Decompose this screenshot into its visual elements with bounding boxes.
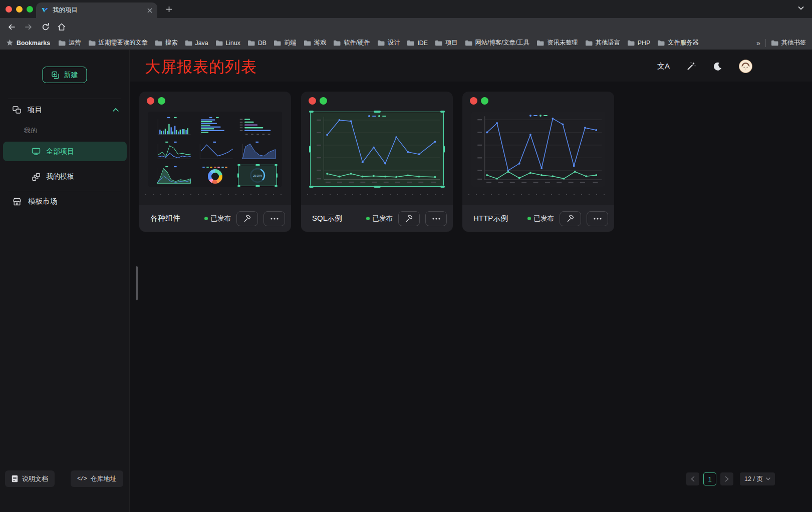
- sidebar-item-all-projects[interactable]: 全部项目: [3, 142, 127, 161]
- sidebar-item-my-templates[interactable]: 我的模板: [3, 169, 127, 184]
- home-button[interactable]: [56, 22, 67, 33]
- bookmark-label: PHP: [638, 40, 650, 47]
- other-bookmarks-button[interactable]: 其他书签: [771, 39, 806, 47]
- bookmarks-label: Bookmarks: [17, 40, 50, 47]
- project-card[interactable]: SQL示例 已发布: [301, 92, 453, 232]
- hammer-icon: [405, 214, 413, 223]
- new-project-button[interactable]: 新建: [43, 67, 87, 83]
- translate-icon[interactable]: 文A: [657, 62, 670, 71]
- more-button[interactable]: [263, 211, 285, 226]
- bookmark-folder[interactable]: 项目: [435, 39, 458, 47]
- status-dot: [204, 217, 208, 220]
- browser-tab[interactable]: 我的项目: [36, 3, 157, 18]
- back-button[interactable]: [6, 22, 17, 33]
- folder-icon: [304, 40, 311, 46]
- bookmark-folder[interactable]: 软件/硬件: [333, 39, 370, 47]
- edit-button[interactable]: [398, 211, 420, 226]
- bookmark-folder[interactable]: 其他语言: [585, 39, 620, 47]
- hammer-icon: [566, 214, 575, 223]
- zoom-window-button[interactable]: [27, 6, 33, 13]
- sidebar-sub-label: 我的: [24, 126, 37, 135]
- sidebar-divider: [8, 191, 121, 191]
- bookmark-folder[interactable]: 设计: [377, 39, 400, 47]
- forward-button[interactable]: [23, 22, 34, 33]
- project-card[interactable]: 25.00% 各种组件 已发布: [139, 92, 291, 232]
- pagination-prev-button[interactable]: [686, 472, 699, 485]
- page-size-label: 12 / 页: [744, 475, 763, 483]
- bookmarks-divider: [765, 39, 766, 47]
- page-size-select[interactable]: 12 / 页: [740, 472, 775, 485]
- other-bookmarks-label: 其他书签: [781, 39, 806, 47]
- folder-icon: [585, 40, 593, 46]
- docs-button[interactable]: 说明文档: [5, 470, 55, 487]
- bookmark-folder[interactable]: 近期需要读的文章: [88, 39, 148, 47]
- chevron-down-icon: [798, 6, 804, 11]
- folder-icon: [627, 40, 635, 46]
- tab-search-button[interactable]: [798, 6, 804, 11]
- project-card[interactable]: HTTP示例 已发布: [462, 92, 614, 232]
- line-chart: [471, 112, 605, 187]
- minimize-window-button[interactable]: [16, 6, 23, 13]
- new-tab-button[interactable]: [164, 5, 173, 14]
- bookmark-folder[interactable]: 游戏: [304, 39, 327, 47]
- chart-legend: [529, 115, 548, 117]
- bookmark-label: DB: [258, 40, 266, 47]
- repo-button[interactable]: </> 仓库地址: [71, 470, 123, 487]
- docs-label: 说明文档: [22, 474, 48, 483]
- dark-mode-moon-icon[interactable]: [713, 62, 722, 71]
- bookmark-folder[interactable]: 搜索: [155, 39, 178, 47]
- page-title: 大屏报表的列表: [145, 57, 257, 78]
- bookmark-folder[interactable]: DB: [247, 39, 266, 47]
- close-window-button[interactable]: [6, 6, 12, 13]
- sidebar-group-projects[interactable]: 项目: [13, 103, 119, 117]
- more-button[interactable]: [425, 211, 447, 226]
- bookmarks-home-item[interactable]: Bookmarks: [6, 39, 50, 47]
- user-avatar[interactable]: [739, 60, 752, 73]
- card-thumbnail[interactable]: [310, 112, 444, 187]
- bookmark-label: 文件服务器: [668, 39, 698, 47]
- card-footer: 各种组件 已发布: [139, 205, 291, 232]
- folder-icon: [185, 40, 192, 46]
- bookmark-folder[interactable]: 文件服务器: [657, 39, 698, 47]
- sidebar-group-label: 项目: [28, 105, 42, 115]
- card-dot-red: [147, 97, 154, 105]
- reload-button[interactable]: [40, 22, 51, 33]
- bookmark-folder[interactable]: 网站/博客/文章/工具: [465, 39, 530, 47]
- bookmark-folder[interactable]: Java: [185, 39, 208, 47]
- status-label: 已发布: [211, 214, 231, 223]
- bookmark-label: 设计: [388, 39, 400, 47]
- bookmark-folder[interactable]: Linux: [215, 39, 240, 47]
- edit-button[interactable]: [236, 211, 258, 226]
- bookmarks-right: » 其他书签: [756, 39, 806, 47]
- chart-grid: [317, 117, 440, 183]
- bookmark-folder[interactable]: PHP: [627, 39, 650, 47]
- site-favicon: [41, 7, 49, 14]
- gauge-value: 25.00%: [253, 174, 262, 177]
- home-icon: [57, 23, 66, 32]
- tab-strip: 我的项目: [0, 0, 812, 18]
- reload-icon: [41, 23, 50, 32]
- bookmark-folder[interactable]: 运营: [58, 39, 81, 47]
- pagination-current-page[interactable]: 1: [703, 472, 716, 485]
- browser-toolbar: 127.0.0.1:3000/#/project/items 9 ⌘: [0, 18, 812, 36]
- mini-ranking-chart: [238, 116, 277, 137]
- bookmark-folder[interactable]: 资讯未整理: [536, 39, 578, 47]
- mini-two-line-chart: [153, 140, 192, 162]
- bookmarks-overflow-button[interactable]: »: [756, 39, 760, 47]
- pagination-next-button[interactable]: [720, 472, 733, 485]
- more-button[interactable]: [587, 211, 608, 226]
- card-thumbnail[interactable]: [471, 112, 605, 187]
- wand-icon[interactable]: [686, 61, 696, 71]
- edit-button[interactable]: [560, 211, 581, 226]
- scrollbar-thumb[interactable]: [136, 266, 138, 300]
- browser-window: 我的项目 127.0.0.1:3000/#/project/items: [0, 0, 812, 512]
- tab-close-icon[interactable]: [147, 8, 152, 13]
- card-footer: HTTP示例 已发布: [462, 205, 614, 232]
- bookmark-folder[interactable]: IDE: [407, 39, 428, 47]
- status-dot: [366, 217, 370, 220]
- card-thumbnail[interactable]: 25.00%: [148, 112, 282, 187]
- donut-ring: [208, 169, 222, 184]
- sidebar-item-template-market[interactable]: 模板市场: [13, 197, 57, 206]
- mini-bar-chart: [153, 116, 192, 137]
- bookmark-folder[interactable]: 前端: [274, 39, 297, 47]
